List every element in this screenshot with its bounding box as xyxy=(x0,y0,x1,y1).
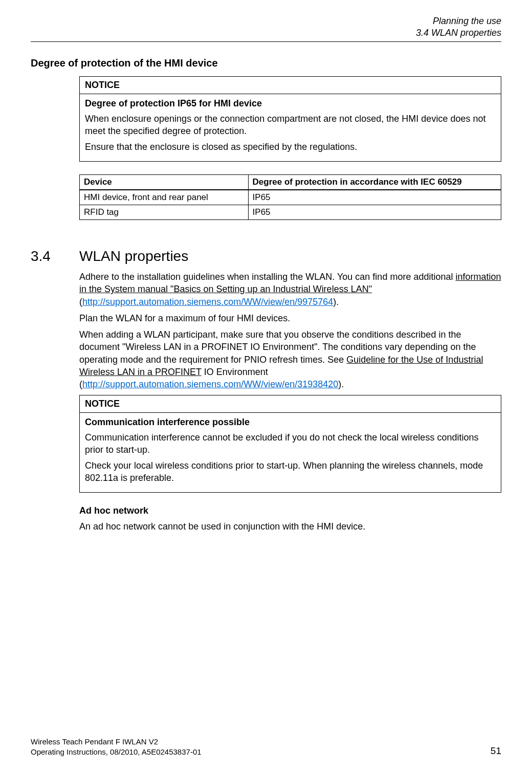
section-title: WLAN properties xyxy=(79,248,188,264)
table-cell: IP65 xyxy=(248,190,501,205)
wlan-p1: Adhere to the installation guidelines wh… xyxy=(79,271,501,308)
section-heading-wlan: 3.4 WLAN properties xyxy=(31,248,501,264)
section-heading-protection: Degree of protection of the HMI device xyxy=(31,57,501,69)
section-number: 3.4 xyxy=(31,248,79,264)
notice-p1: When enclosure openings or the connectio… xyxy=(85,113,496,138)
header-section: 3.4 WLAN properties xyxy=(31,27,501,39)
subheading-adhoc: Ad hoc network xyxy=(79,505,501,516)
table-cell: RFID tag xyxy=(80,205,249,219)
notice-subtitle: Communication interference possible xyxy=(85,416,496,428)
notice-subtitle: Degree of protection IP65 for HMI device xyxy=(85,97,496,109)
footer-product: Wireless Teach Pendant F IWLAN V2 xyxy=(31,737,202,747)
page-number: 51 xyxy=(491,745,501,757)
notice-p1: Communication interference cannot be exc… xyxy=(85,431,496,456)
notice-label: NOTICE xyxy=(80,395,501,413)
table-cell: IP65 xyxy=(248,205,501,219)
adhoc-p: An ad hoc network cannot be used in conj… xyxy=(79,520,501,533)
page-header: Planning the use 3.4 WLAN properties xyxy=(31,15,501,42)
header-chapter: Planning the use xyxy=(31,15,501,27)
notice-box-interference: NOTICE Communication interference possib… xyxy=(79,395,501,493)
notice-p2: Check your local wireless conditions pri… xyxy=(85,459,496,484)
table-header-degree: Degree of protection in accordance with … xyxy=(248,174,501,190)
page-footer: Wireless Teach Pendant F IWLAN V2 Operat… xyxy=(31,737,501,757)
section-1-body: NOTICE Degree of protection IP65 for HMI… xyxy=(79,76,501,220)
notice-label: NOTICE xyxy=(80,77,501,94)
notice-body: Degree of protection IP65 for HMI device… xyxy=(80,94,501,161)
notice-body: Communication interference possible Comm… xyxy=(80,413,501,492)
wlan-p3: When adding a WLAN participant, make sur… xyxy=(79,328,501,390)
table-row: HMI device, front and rear panel IP65 xyxy=(80,190,501,205)
footer-left: Wireless Teach Pendant F IWLAN V2 Operat… xyxy=(31,737,202,757)
table-header-row: Device Degree of protection in accordanc… xyxy=(80,174,501,190)
table-row: RFID tag IP65 xyxy=(80,205,501,219)
footer-docinfo: Operating Instructions, 08/2010, A5E0245… xyxy=(31,747,202,757)
notice-box-protection: NOTICE Degree of protection IP65 for HMI… xyxy=(79,76,501,162)
section-2-body: Adhere to the installation guidelines wh… xyxy=(79,271,501,533)
notice-p2: Ensure that the enclosure is closed as s… xyxy=(85,141,496,153)
page: Planning the use 3.4 WLAN properties Deg… xyxy=(0,0,532,772)
link-basics-wlan[interactable]: http://support.automation.siemens.com/WW… xyxy=(82,297,333,307)
link-guideline-wlan[interactable]: http://support.automation.siemens.com/WW… xyxy=(82,379,338,389)
table-header-device: Device xyxy=(80,174,249,190)
protection-table: Device Degree of protection in accordanc… xyxy=(79,174,501,220)
table-cell: HMI device, front and rear panel xyxy=(80,190,249,205)
wlan-p2: Plan the WLAN for a maximum of four HMI … xyxy=(79,312,501,324)
